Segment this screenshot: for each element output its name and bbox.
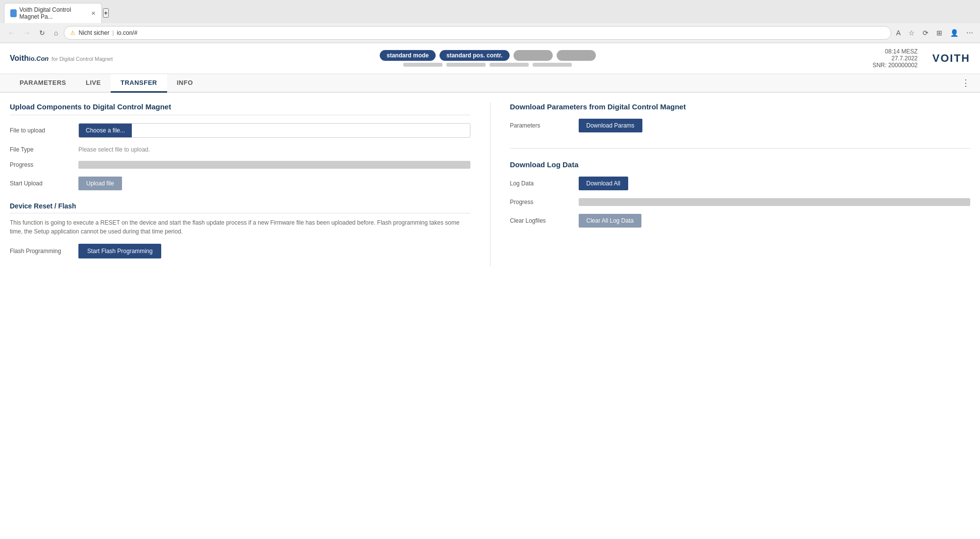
more-options-button[interactable]: ⋯ [964, 27, 975, 39]
clear-log-btn-container: Clear All Log Data [579, 214, 971, 228]
new-tab-button[interactable]: + [103, 8, 109, 18]
upload-btn-container: Upload file [78, 177, 470, 190]
security-warning-text: Nicht sicher [78, 29, 109, 36]
nav-bar: ← → ↻ ⌂ ⚠ Nicht sicher | io.con/# A︎ ☆ ⟳… [0, 23, 980, 43]
start-upload-row: Start Upload Upload file [10, 177, 470, 190]
progress-label: Progress [10, 161, 78, 168]
logo-con-text: .Con [34, 55, 49, 62]
status-pills: standard mode standard pos. contr. [380, 50, 596, 61]
app-header: Voith io.Con for Digital Control Magnet … [0, 43, 980, 74]
clear-logfiles-row: Clear Logfiles Clear All Log Data [510, 214, 971, 228]
download-params-title: Download Parameters from Digital Control… [510, 103, 971, 111]
logo-subtitle: for Digital Control Magnet [51, 56, 113, 62]
file-input-display [132, 127, 469, 134]
logo-io-text: io [29, 55, 35, 62]
header-time-value: 08:14 MESZ [885, 48, 918, 55]
file-upload-row: File to upload Choose a file... [10, 123, 470, 138]
app-logo: Voith io.Con for Digital Control Magnet [10, 54, 113, 63]
progress-control [78, 161, 470, 169]
device-reset-description: This function is going to execute a RESE… [10, 218, 470, 236]
file-type-text: Please select file to upload. [78, 146, 150, 153]
voith-brand-logo: VOITH [932, 52, 970, 65]
log-progress-label: Progress [510, 199, 579, 205]
forward-button[interactable]: → [21, 27, 33, 39]
file-input-area: Choose a file... [78, 123, 470, 138]
profile-button[interactable]: 👤 [948, 27, 960, 39]
start-flash-programming-button[interactable]: Start Flash Programming [78, 244, 161, 258]
status-pill-mode: standard mode [380, 50, 436, 61]
upload-file-button[interactable]: Upload file [78, 177, 122, 190]
header-snr-value: SNR: 200000002 [873, 62, 918, 69]
progress-row: Progress [10, 161, 470, 169]
tab-info[interactable]: INFO [167, 74, 203, 93]
tab-parameters[interactable]: PARAMETERS [10, 74, 76, 93]
tab-bar: Voith Digital Control Magnet Pa... ✕ + [0, 0, 980, 23]
download-log-title: Download Log Data [510, 160, 971, 169]
app-container: Voith io.Con for Digital Control Magnet … [0, 43, 980, 539]
download-all-button[interactable]: Download All [579, 177, 628, 190]
upload-section-title: Upload Components to Digital Control Mag… [10, 103, 470, 115]
main-content: Upload Components to Digital Control Mag… [0, 93, 980, 276]
parameters-row: Parameters Download Params [510, 119, 971, 132]
extensions-button[interactable]: ⊞ [934, 27, 944, 39]
device-reset-title: Device Reset / Flash [10, 202, 470, 213]
status-pill-empty1 [514, 50, 553, 61]
favorites-button[interactable]: ☆ [906, 27, 917, 39]
browser-toolbar-icons: A︎ ☆ ⟳ ⊞ 👤 ⋯ [894, 27, 975, 39]
address-separator: | [112, 29, 114, 36]
log-progress-bar-container [579, 198, 971, 206]
status-bar-4 [533, 63, 572, 67]
status-pill-empty2 [557, 50, 596, 61]
log-progress-control [579, 198, 971, 206]
parameters-label: Parameters [510, 122, 579, 129]
back-button[interactable]: ← [5, 27, 18, 39]
font-size-button[interactable]: A︎ [894, 27, 903, 39]
tab-transfer[interactable]: TRANSFER [111, 74, 167, 93]
file-type-label: File Type [10, 146, 78, 153]
download-all-btn-container: Download All [579, 177, 971, 190]
file-choose-button[interactable]: Choose a file... [79, 124, 132, 137]
app-navigation: PARAMETERS LIVE TRANSFER INFO ⋮ [0, 74, 980, 93]
file-upload-label: File to upload [10, 127, 78, 134]
nav-more-icon[interactable]: ⋮ [961, 77, 970, 88]
refresh-button[interactable]: ⟳ [921, 27, 931, 39]
flash-btn-container: Start Flash Programming [78, 244, 470, 258]
file-type-row: File Type Please select file to upload. [10, 146, 470, 153]
download-log-section: Download Log Data Log Data Download All … [510, 160, 971, 228]
tab-close-button[interactable]: ✕ [91, 10, 96, 17]
logo-voith-text: Voith [10, 54, 29, 63]
download-params-btn-container: Download Params [579, 119, 971, 132]
download-params-button[interactable]: Download Params [579, 119, 642, 132]
tab-title: Voith Digital Control Magnet Pa... [20, 6, 87, 20]
reload-button[interactable]: ↻ [36, 27, 48, 39]
device-reset-section: Device Reset / Flash This function is go… [10, 202, 470, 258]
header-date-value: 27.7.2022 [891, 55, 917, 62]
status-bar-3 [490, 63, 529, 67]
status-bar-1 [403, 63, 442, 67]
download-params-section: Download Parameters from Digital Control… [510, 103, 971, 149]
status-progress-bars [403, 63, 572, 67]
log-data-row: Log Data Download All [510, 177, 971, 190]
tab-live[interactable]: LIVE [76, 74, 111, 93]
header-time: 08:14 MESZ 27.7.2022 SNR: 200000002 [873, 48, 918, 69]
flash-programming-label: Flash Programming [10, 248, 78, 255]
file-type-value: Please select file to upload. [78, 146, 470, 153]
security-warning-icon: ⚠ [70, 29, 75, 36]
tab-favicon [10, 9, 17, 17]
browser-tab[interactable]: Voith Digital Control Magnet Pa... ✕ [4, 3, 102, 23]
log-data-label: Log Data [510, 180, 579, 187]
right-panel: Download Parameters from Digital Control… [490, 103, 971, 266]
left-panel: Upload Components to Digital Control Mag… [10, 103, 470, 266]
start-upload-label: Start Upload [10, 180, 78, 187]
clear-logfiles-label: Clear Logfiles [510, 217, 579, 224]
browser-chrome: Voith Digital Control Magnet Pa... ✕ + ←… [0, 0, 980, 43]
log-progress-row: Progress [510, 198, 971, 206]
address-bar[interactable]: ⚠ Nicht sicher | io.con/# [64, 26, 891, 40]
header-status: standard mode standard pos. contr. [380, 50, 596, 67]
progress-bar-container [78, 161, 470, 169]
status-pill-pos: standard pos. contr. [440, 50, 510, 61]
status-bar-2 [446, 63, 486, 67]
clear-all-log-data-button[interactable]: Clear All Log Data [579, 214, 642, 228]
file-input-container: Choose a file... [78, 123, 470, 138]
home-button[interactable]: ⌂ [51, 27, 61, 39]
